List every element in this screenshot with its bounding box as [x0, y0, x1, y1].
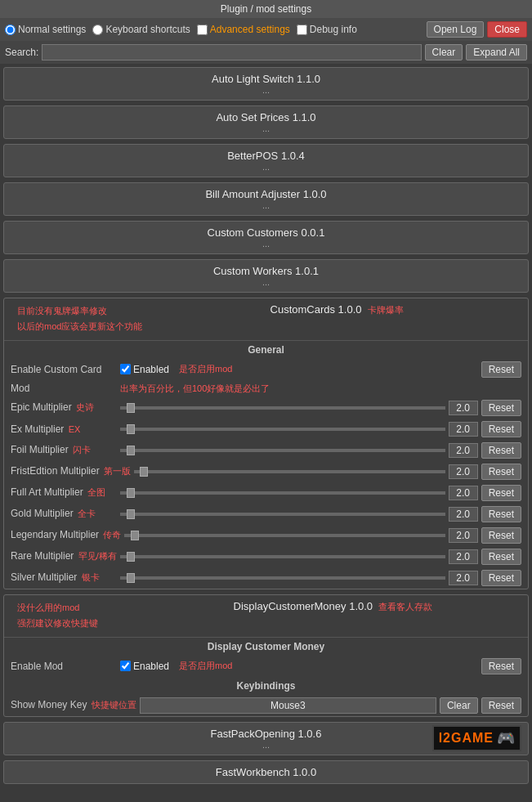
mult-frist-slider[interactable] — [134, 470, 445, 473]
tab-keyboard[interactable]: Keyboard shortcuts — [92, 24, 190, 35]
mod-auto-prices-header[interactable]: Auto Set Prices 1.1.0 ... — [4, 106, 528, 138]
custom-cards-title: CustomCards 1.0.0 — [270, 303, 362, 316]
enable-custom-card-check-label: Enabled — [133, 364, 169, 375]
dcm-enable-check[interactable]: Enabled — [120, 661, 169, 672]
mod-better-pos[interactable]: BetterPOS 1.0.4 ... — [3, 144, 529, 177]
mod-row-tag: 出率为百分比，但100好像就是必出了 — [120, 383, 270, 395]
custom-cards-note2: 以后的mod应该会更新这个功能 — [11, 319, 149, 334]
mod-auto-light-header[interactable]: Auto Light Switch 1.1.0 ... — [4, 68, 528, 100]
mult-epic-row: Epic Multiplier 史诗 Reset — [4, 397, 528, 419]
enable-custom-card-row: Enable Custom Card Enabled 是否启用mod Reset — [4, 359, 528, 380]
mult-gold-slider[interactable] — [120, 513, 445, 516]
dcm-title-block: DisplayCustomerMoney 1.0.0 查看客人存款 — [145, 600, 521, 613]
mult-fullart-reset[interactable]: Reset — [481, 485, 521, 501]
mult-fullart-slider[interactable] — [120, 491, 445, 495]
mult-epic-slider[interactable] — [120, 406, 445, 410]
mult-legendary-input[interactable] — [449, 528, 478, 543]
enable-custom-card-check[interactable]: Enabled — [120, 364, 169, 375]
mult-rare-slider-container — [120, 555, 445, 558]
mult-foil-slider-container — [120, 449, 445, 452]
mult-foil-reset[interactable]: Reset — [481, 442, 521, 459]
mult-fullart-label: Full Art Multiplier 全图 — [11, 486, 117, 499]
mult-gold-input[interactable] — [449, 507, 478, 522]
dcm-show-money-row: Show Money Key 快捷键位置 Clear Reset — [4, 695, 528, 716]
mult-gold-row: Gold Multiplier 全卡 Reset — [4, 504, 528, 525]
mult-fullart-slider-container — [120, 491, 445, 495]
mod-display-customer-money: 没什么用的mod 强烈建议修改快捷键 DisplayCustomerMoney … — [3, 594, 529, 717]
dcm-show-money-clear[interactable]: Clear — [440, 697, 478, 714]
mult-silver-slider[interactable] — [120, 576, 445, 580]
search-input[interactable] — [42, 44, 421, 60]
mult-ex-reset[interactable]: Reset — [481, 421, 521, 437]
mult-legendary-row: Legendary Multiplier 传奇 Reset — [4, 525, 528, 546]
tab-advanced[interactable]: Advanced settings — [197, 24, 290, 35]
tab-debug[interactable]: Debug info — [297, 24, 357, 35]
dcm-show-money-reset[interactable]: Reset — [481, 697, 521, 714]
mult-epic-reset[interactable]: Reset — [481, 400, 521, 416]
mult-fullart-input[interactable] — [449, 486, 478, 500]
mult-legendary-slider[interactable] — [124, 534, 445, 537]
expand-all-button[interactable]: Expand All — [466, 44, 527, 60]
mult-frist-slider-container — [134, 470, 445, 473]
custom-cards-title-block: CustomCards 1.0.0 卡牌爆率 — [152, 303, 521, 316]
mult-ex-label: Ex Multiplier EX — [11, 423, 117, 435]
mod-custom-workers[interactable]: Custom Workers 1.0.1 ... — [3, 259, 529, 293]
main-scroll[interactable]: Auto Light Switch 1.1.0 ... Auto Set Pri… — [0, 64, 532, 795]
mod-fast-workbench[interactable]: FastWorkbench 1.0.0 — [3, 760, 529, 784]
mult-silver-input[interactable] — [449, 571, 478, 585]
mult-ex-input[interactable] — [449, 422, 478, 437]
mod-bill-amount-header[interactable]: Bill Amount Adjuster 1.0.0 ... — [4, 183, 528, 215]
mult-foil-label: Foil Multiplier 闪卡 — [11, 444, 117, 456]
dcm-tag: 查看客人存款 — [378, 602, 432, 612]
dcm-enable-reset[interactable]: Reset — [481, 658, 521, 674]
mult-ex-slider[interactable] — [120, 428, 445, 431]
mult-epic-slider-container — [120, 406, 445, 410]
mod-fast-pack[interactable]: FastPackOpening 1.0.6 ... l2GAME 🎮 — [3, 722, 529, 755]
mult-frist-reset[interactable]: Reset — [481, 464, 521, 480]
mult-foil-input[interactable] — [449, 443, 478, 458]
open-log-button[interactable]: Open Log — [427, 21, 485, 38]
custom-cards-note1: 目前没有鬼牌爆率修改 — [11, 303, 149, 319]
multipliers-list: Epic Multiplier 史诗 Reset Ex Multiplier E… — [4, 397, 528, 589]
mod-better-pos-dots: ... — [9, 162, 523, 172]
mult-gold-label: Gold Multiplier 全卡 — [11, 508, 117, 520]
mod-custom-customers[interactable]: Custom Customers 0.0.1 ... — [3, 221, 529, 254]
mult-foil-slider[interactable] — [120, 449, 445, 452]
mult-legendary-reset[interactable]: Reset — [481, 527, 521, 544]
mod-custom-customers-header[interactable]: Custom Customers 0.0.1 ... — [4, 222, 528, 253]
mult-silver-reset[interactable]: Reset — [481, 570, 521, 586]
mult-gold-slider-container — [120, 513, 445, 516]
mult-gold-reset[interactable]: Reset — [481, 506, 521, 522]
mod-bill-amount-dots: ... — [9, 200, 523, 210]
custom-cards-header-row: 目前没有鬼牌爆率修改 以后的mod应该会更新这个功能 CustomCards 1… — [4, 298, 528, 341]
mod-auto-light[interactable]: Auto Light Switch 1.1.0 ... — [3, 67, 529, 101]
title-label: Plugin / mod settings — [221, 3, 311, 15]
mult-legendary-slider-container — [124, 534, 445, 537]
logo-box: l2GAME 🎮 — [432, 725, 521, 751]
mod-custom-cards: 目前没有鬼牌爆率修改 以后的mod应该会更新这个功能 CustomCards 1… — [3, 298, 529, 589]
mod-row-header: Mod 出率为百分比，但100好像就是必出了 — [4, 380, 528, 397]
mult-epic-input[interactable] — [449, 401, 478, 415]
mod-auto-prices[interactable]: Auto Set Prices 1.1.0 ... — [3, 105, 529, 139]
search-clear-button[interactable]: Clear — [425, 44, 463, 60]
custom-cards-tag: 卡牌爆率 — [368, 305, 404, 315]
mult-frist-row: FristEdtion Multiplier 第一版 Reset — [4, 461, 528, 482]
mult-rare-input[interactable] — [449, 549, 478, 564]
mult-foil-row: Foil Multiplier 闪卡 Reset — [4, 440, 528, 461]
mod-better-pos-header[interactable]: BetterPOS 1.0.4 ... — [4, 145, 528, 177]
mult-rare-label: Rare Multiplier 罕见/稀有 — [11, 550, 117, 562]
mod-custom-workers-header[interactable]: Custom Workers 1.0.1 ... — [4, 260, 528, 292]
dcm-title: DisplayCustomerMoney 1.0.0 — [234, 600, 373, 612]
mult-rare-reset[interactable]: Reset — [481, 549, 521, 565]
dcm-show-money-input[interactable] — [140, 697, 436, 714]
mod-row-label: Mod — [11, 383, 117, 394]
mod-bill-amount[interactable]: Bill Amount Adjuster 1.0.0 ... — [3, 182, 529, 216]
logo-text: l2GAME — [439, 731, 494, 746]
tab-normal[interactable]: Normal settings — [5, 24, 86, 35]
custom-cards-notes: 目前没有鬼牌爆率修改 以后的mod应该会更新这个功能 — [11, 303, 149, 335]
mult-rare-slider[interactable] — [120, 555, 445, 558]
close-button[interactable]: Close — [487, 21, 527, 38]
mod-fast-workbench-header[interactable]: FastWorkbench 1.0.0 — [4, 761, 528, 783]
mult-frist-input[interactable] — [449, 464, 478, 479]
enable-custom-card-reset[interactable]: Reset — [481, 361, 521, 378]
